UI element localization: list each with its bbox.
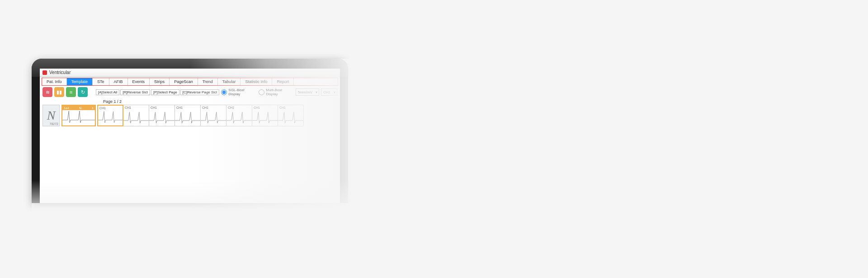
tab-statistic-info[interactable]: Statistic Info <box>241 78 272 85</box>
strip-cell-label: CH1 <box>151 106 157 109</box>
reverse-page-select-action[interactable]: [C]Reverse Page Slct <box>180 89 219 95</box>
gain-select[interactable]: 5mm/mV <box>296 88 319 96</box>
tab-tabular[interactable]: Tabular <box>218 78 241 85</box>
display-mode-label-0: SGL-Beat Display <box>228 88 256 96</box>
strip-cell-label: CH1 <box>228 106 234 109</box>
strip-cell-5[interactable]: CH1 <box>226 105 252 126</box>
list-icon[interactable]: ≡ <box>66 87 76 97</box>
toolbar: ≋▮▮≡↻ [A]Select All[R]Reverse Slct[P]Sel… <box>40 86 340 98</box>
tab-afib[interactable]: AFIB <box>109 78 128 85</box>
ecg-waveform <box>175 110 200 125</box>
category-letter: N <box>47 109 56 122</box>
strip-cell-0[interactable]: CH1 <box>97 105 123 126</box>
display-mode-label-1: Multi-Beat Display <box>266 88 294 96</box>
strip-content-row: N 78272 144 N 1 CH1CH1CH1CH1CH1CH1CH1CH1 <box>40 105 340 126</box>
tab-trend[interactable]: Trend <box>198 78 218 85</box>
strip-cell-6[interactable]: CH1 <box>252 105 278 126</box>
category-tile-n[interactable]: N 78272 <box>42 105 60 126</box>
strip-cell-label: CH1 <box>176 106 183 109</box>
channel-select[interactable]: CH1 <box>321 88 337 96</box>
strip-cell-2[interactable]: CH1 <box>149 105 175 126</box>
ecg-waveform <box>201 110 226 125</box>
strip-cell-4[interactable]: CH1 <box>200 105 226 126</box>
display-mode-radio-0[interactable] <box>221 89 227 95</box>
title-bar: Ventricular <box>40 69 340 77</box>
preview-waveform <box>62 109 95 125</box>
select-all-action[interactable]: [A]Select All <box>96 89 120 95</box>
graph-icon[interactable]: ≋ <box>42 87 52 97</box>
tab-report[interactable]: Report <box>272 78 294 85</box>
tab-template[interactable]: Template <box>67 78 93 85</box>
channel-select-value: CH1 <box>323 90 330 94</box>
preview-card[interactable]: 144 N 1 <box>61 105 96 126</box>
main-tabs: Pat. InfoTemplateSTeAFIBEventsStripsPage… <box>42 78 338 86</box>
strip-cell-label: CH1 <box>202 106 208 109</box>
tab-pat-info[interactable]: Pat. Info <box>42 78 67 85</box>
strip-cell-7[interactable]: CH1 <box>278 105 304 126</box>
display-mode-option-0[interactable]: SGL-Beat Display <box>221 88 256 96</box>
strip-cell-label: CH1 <box>254 106 260 109</box>
app-screen: Ventricular Pat. InfoTemplateSTeAFIBEven… <box>40 69 340 203</box>
ecg-waveform <box>98 109 123 125</box>
gain-select-value: 5mm/mV <box>298 90 312 94</box>
ecg-waveform <box>149 110 175 125</box>
strip-cell-3[interactable]: CH1 <box>175 105 201 126</box>
ecg-waveform <box>278 110 303 125</box>
display-mode-option-1[interactable]: Multi-Beat Display <box>259 88 294 96</box>
bars-icon[interactable]: ▮▮ <box>54 87 64 97</box>
strip-cell-label: CH1 <box>125 106 131 109</box>
app-icon <box>42 70 47 75</box>
tab-pagescan[interactable]: PageScan <box>170 78 198 85</box>
category-count: 78272 <box>50 122 58 125</box>
tab-events[interactable]: Events <box>128 78 150 85</box>
tab-ste[interactable]: STe <box>93 78 109 85</box>
tab-strips[interactable]: Strips <box>150 78 170 85</box>
reverse-select-action[interactable]: [R]Reverse Slct <box>120 89 150 95</box>
device-frame: Ventricular Pat. InfoTemplateSTeAFIBEven… <box>32 59 348 203</box>
refresh-icon[interactable]: ↻ <box>78 87 88 97</box>
strip-cell-label: CH1 <box>279 106 286 109</box>
ecg-waveform <box>226 110 252 125</box>
select-page-action[interactable]: [P]Select Page <box>151 89 179 95</box>
ecg-waveform <box>123 110 149 125</box>
strip-grid: CH1CH1CH1CH1CH1CH1CH1CH1 <box>98 105 304 126</box>
ecg-waveform <box>252 110 278 125</box>
display-mode-radio-1[interactable] <box>259 89 264 95</box>
strip-cell-1[interactable]: CH1 <box>123 105 149 126</box>
page-indicator: Page 1 / 2 <box>40 98 340 105</box>
window-title: Ventricular <box>49 70 71 75</box>
display-mode-group: SGL-Beat DisplayMulti-Beat Display <box>221 88 294 96</box>
